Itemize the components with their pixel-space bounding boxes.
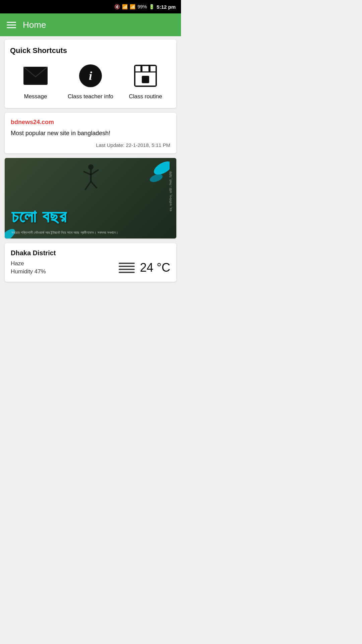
- weather-condition: Haze: [11, 260, 46, 267]
- weather-district: Dhaka District: [11, 249, 170, 257]
- news-source[interactable]: bdnews24.com: [11, 119, 170, 126]
- shortcuts-title: Quick Shortcuts: [8, 46, 173, 55]
- battery-level: 99%: [137, 4, 147, 9]
- jump-silhouette: [82, 163, 100, 200]
- shortcut-class-routine-label: Class routine: [129, 93, 162, 100]
- mute-icon: 🔇: [114, 4, 120, 9]
- weather-card: Dhaka District Haze Humidity 47% 24 °C: [5, 243, 176, 282]
- shortcut-class-teacher-label: Class teacher info: [68, 93, 113, 100]
- news-card: bdnews24.com Most popular new site in ba…: [5, 113, 176, 153]
- weather-temperature: 24 °C: [140, 261, 170, 275]
- weather-info: Haze Humidity 47%: [11, 260, 46, 275]
- status-bar: 🔇 📶 📶 99% 🔋 5:12 pm: [0, 0, 181, 13]
- news-headline: Most popular new site in bangladesh!: [11, 129, 170, 138]
- info-icon: i: [79, 64, 102, 87]
- svg-line-9: [85, 181, 91, 190]
- message-icon-container: [23, 63, 48, 89]
- svg-line-8: [91, 170, 99, 175]
- shortcut-class-teacher-info[interactable]: i Class teacher info: [63, 63, 118, 100]
- signal-icon: 📶: [130, 4, 135, 9]
- hamburger-menu-icon[interactable]: [7, 22, 16, 28]
- page-title: Home: [23, 20, 46, 30]
- banner-bengali-text: চলো বছর: [11, 208, 170, 225]
- weather-row: Haze Humidity 47% 24 °C: [11, 260, 170, 275]
- quick-shortcuts-card: Quick Shortcuts Message i: [5, 40, 176, 108]
- banner-side-text: ভয়, কনফিউশন, ডাউট - শিফট, ডিলিট: [169, 171, 173, 211]
- svg-line-7: [83, 171, 91, 175]
- news-last-update: Last Update: 22-1-2018, 5:11 PM: [11, 142, 170, 148]
- shortcut-message-label: Message: [24, 93, 47, 100]
- banner-subtitle: সবচেয়ে শক্তিশালী নেটওয়ার্ক আর ইন্টারনে…: [11, 230, 170, 235]
- top-bar: Home: [0, 13, 181, 36]
- banner-blue-decoration: [143, 161, 170, 185]
- clock: 5:12 pm: [157, 4, 176, 10]
- shortcut-message[interactable]: Message: [8, 63, 63, 100]
- shortcut-class-routine[interactable]: Class routine: [118, 63, 173, 100]
- svg-line-10: [91, 181, 97, 188]
- banner-card: ভয়, কনফিউশন, ডাউট - শিফট, ডিলিট চলো বছর…: [5, 158, 176, 238]
- main-content: Quick Shortcuts Message i: [0, 36, 181, 285]
- weather-right: 24 °C: [119, 261, 170, 275]
- svg-point-5: [88, 164, 94, 170]
- calendar-icon-container: [133, 63, 158, 89]
- calendar-icon: [134, 65, 157, 87]
- battery-icon: 🔋: [149, 4, 155, 9]
- haze-icon: [119, 263, 135, 273]
- message-icon: [23, 67, 48, 85]
- weather-humidity: Humidity 47%: [11, 268, 46, 275]
- wifi-icon: 📶: [122, 4, 128, 9]
- info-icon-container: i: [78, 63, 103, 89]
- shortcuts-grid: Message i Class teacher info: [8, 63, 173, 100]
